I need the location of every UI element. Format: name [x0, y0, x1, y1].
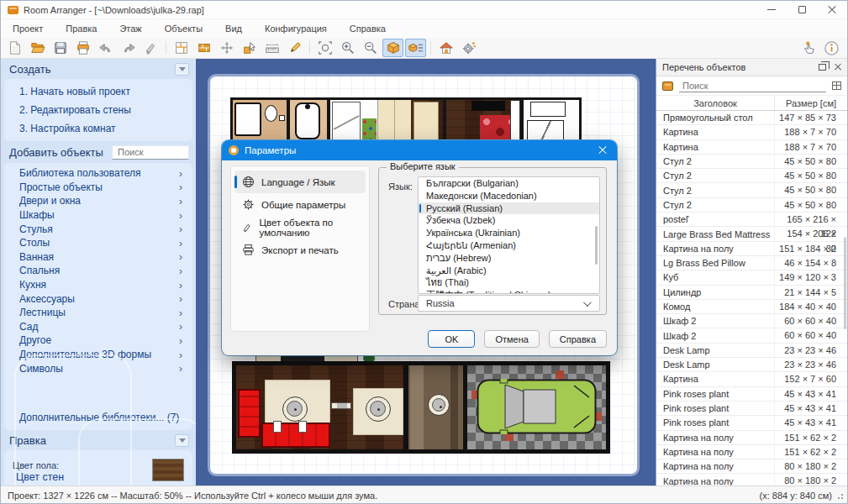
- nav-item-language[interactable]: Language / Язык: [234, 171, 366, 193]
- table-options-icon[interactable]: [832, 81, 841, 90]
- floorplan-object-nightstand[interactable]: [510, 100, 520, 144]
- floorplan-object-sink[interactable]: [234, 102, 261, 136]
- table-row[interactable]: Картина на полу 151 × 62 × 2: [656, 431, 847, 445]
- object-category-item[interactable]: Символы: [4, 361, 192, 375]
- table-row[interactable]: Стул 2 45 × 50 × 80: [656, 169, 847, 183]
- floorplan-object-round-table-2[interactable]: [366, 396, 391, 422]
- new-project-button[interactable]: [4, 39, 25, 57]
- language-option[interactable]: Українська (Ukrainian): [419, 227, 599, 239]
- object-category-item[interactable]: Ванная: [4, 250, 192, 265]
- create-collapse-button[interactable]: [175, 63, 189, 76]
- resize-grip[interactable]: [835, 491, 844, 500]
- more-libraries-link[interactable]: Дополнительные библиотеки... (7): [19, 412, 179, 423]
- help-button[interactable]: Справка: [549, 330, 607, 348]
- floorplan-object-dumbbell[interactable]: [331, 402, 351, 409]
- floorplan-tv-room[interactable]: [446, 100, 510, 144]
- table-row[interactable]: Large Brass Bed Mattress 154 × 206 × 30: [656, 227, 847, 241]
- menu-item[interactable]: Проект: [13, 24, 43, 34]
- save-button[interactable]: [50, 39, 71, 57]
- minimize-button[interactable]: [756, 1, 787, 18]
- about-info-button[interactable]: [821, 39, 842, 57]
- floorplan-object-candle-1[interactable]: [273, 421, 282, 433]
- object-list-search-input[interactable]: [679, 79, 826, 92]
- close-button[interactable]: [817, 1, 847, 18]
- object-list-rows[interactable]: Прямоугольный стол 147 × 85 × 73 Картина…: [656, 111, 847, 486]
- paint-button[interactable]: [140, 39, 161, 57]
- table-row[interactable]: posteľ 165 × 216 × 122: [656, 213, 847, 227]
- nav-item-default-color[interactable]: Цвет объекта по умолчанию: [234, 216, 366, 239]
- table-row[interactable]: Стул 2 45 × 50 × 80: [656, 198, 847, 213]
- nav-item-general[interactable]: Общие параметры: [234, 193, 366, 216]
- floorplan-object-bin[interactable]: [279, 115, 285, 121]
- floorplan-object-sofa-vertical[interactable]: [238, 389, 261, 438]
- create-step-item[interactable]: 2. Редактировать стены: [4, 101, 192, 119]
- table-row[interactable]: Desk Lamp 23 × 23 × 46: [656, 358, 847, 372]
- table-row[interactable]: Шкаф 2 60 × 60 × 40: [656, 328, 847, 343]
- language-option[interactable]: עברית (Hebrew): [419, 252, 599, 265]
- table-row[interactable]: Картина 188 × 7 × 70: [656, 125, 847, 139]
- object-list-3d-button[interactable]: [405, 39, 426, 57]
- floorplan-object-car[interactable]: [477, 379, 597, 434]
- table-row[interactable]: Прямоугольный стол 147 × 85 × 73: [656, 111, 847, 125]
- language-option[interactable]: Русский (Russian): [419, 202, 599, 215]
- select-object-button[interactable]: [239, 39, 260, 57]
- print-button[interactable]: [72, 39, 93, 57]
- object-search-input[interactable]: [112, 145, 189, 160]
- redo-button[interactable]: [118, 39, 139, 57]
- table-row[interactable]: Картина 152 × 7 × 60: [656, 372, 847, 386]
- move-objects-button[interactable]: [216, 39, 237, 57]
- dialog-title-bar[interactable]: Параметры: [222, 140, 617, 160]
- floorplan-bathroom-right[interactable]: [524, 100, 579, 144]
- language-option[interactable]: ไทย (Thai): [419, 276, 599, 289]
- view-3d-button[interactable]: [382, 39, 403, 57]
- column-header-title[interactable]: Заголовок: [656, 98, 774, 108]
- ok-button[interactable]: OK: [428, 330, 475, 348]
- object-category-item[interactable]: Двери и окна: [4, 194, 192, 208]
- column-header-size[interactable]: Размер [см]: [774, 96, 847, 110]
- create-step-item[interactable]: 1. Начать новый проект: [4, 82, 192, 101]
- undo-button[interactable]: [95, 39, 116, 57]
- table-row[interactable]: Шкаф 2 60 × 60 × 40: [656, 314, 847, 328]
- floorplan-object-toilet[interactable]: [265, 105, 277, 122]
- table-row[interactable]: Картина на полу 151 × 184 × 2: [656, 242, 847, 256]
- table-row[interactable]: Картина на полу 151 × 62 × 2: [656, 445, 847, 459]
- measure-button[interactable]: [261, 39, 282, 57]
- table-row[interactable]: Картина 188 × 7 × 70: [656, 140, 847, 155]
- floorplan-bathroom-left[interactable]: [233, 100, 287, 144]
- floorplan-wardrobe[interactable]: [377, 100, 411, 144]
- floor-plan-canvas[interactable]: Параметры Language / Язык Общие параметр…: [196, 59, 656, 486]
- edit-walls-button[interactable]: [193, 39, 214, 57]
- table-row[interactable]: Стул 2 45 × 50 × 80: [656, 155, 847, 169]
- object-category-item[interactable]: Дополнительные 3D формы: [4, 348, 192, 362]
- object-category-item[interactable]: Другое: [4, 333, 192, 348]
- menu-item[interactable]: Этаж: [119, 24, 141, 34]
- draw-walls-button[interactable]: [284, 39, 305, 57]
- language-option[interactable]: Ўзбекча (Uzbek): [419, 214, 599, 227]
- floorplan-object-sink-2[interactable]: [530, 102, 566, 117]
- float-panel-icon[interactable]: [819, 64, 826, 71]
- floorplan-closet-room[interactable]: [411, 100, 443, 144]
- floorplan-bedroom-small[interactable]: [330, 100, 377, 144]
- floorplan-garage[interactable]: [463, 365, 606, 449]
- zoom-in-button[interactable]: [337, 39, 358, 57]
- floorplan-object-candle-2[interactable]: [298, 421, 307, 433]
- menu-item[interactable]: Вид: [225, 24, 242, 34]
- object-category-item[interactable]: Кухня: [4, 278, 192, 292]
- table-row[interactable]: Куб 149 × 120 × 3: [656, 270, 847, 285]
- open-project-button[interactable]: [27, 39, 48, 57]
- floorplan-object-sofa-horizontal[interactable]: [261, 423, 330, 448]
- object-category-item[interactable]: Библиотека пользователя: [4, 166, 192, 181]
- nav-item-export-print[interactable]: Экспорт и печать: [234, 239, 366, 261]
- menu-item[interactable]: Конфигурация: [265, 24, 327, 34]
- menu-item[interactable]: Справка: [350, 24, 386, 34]
- table-row[interactable]: Pink roses plant 45 × 43 × 41: [656, 402, 847, 416]
- menu-item[interactable]: Объекты: [165, 24, 203, 34]
- language-option[interactable]: Հայերեն (Armenian): [419, 239, 599, 252]
- object-category-item[interactable]: Аксессуары: [4, 291, 192, 306]
- maximize-button[interactable]: [787, 1, 817, 18]
- listbox-scrollbar-thumb[interactable]: [595, 226, 598, 265]
- table-row[interactable]: Картина на полу 80 × 180 × 2: [656, 474, 847, 486]
- object-category-item[interactable]: Шкафы: [4, 208, 192, 223]
- create-step-item[interactable]: 3. Настройка комнат: [4, 119, 192, 138]
- pointer-tool-button[interactable]: [798, 39, 819, 57]
